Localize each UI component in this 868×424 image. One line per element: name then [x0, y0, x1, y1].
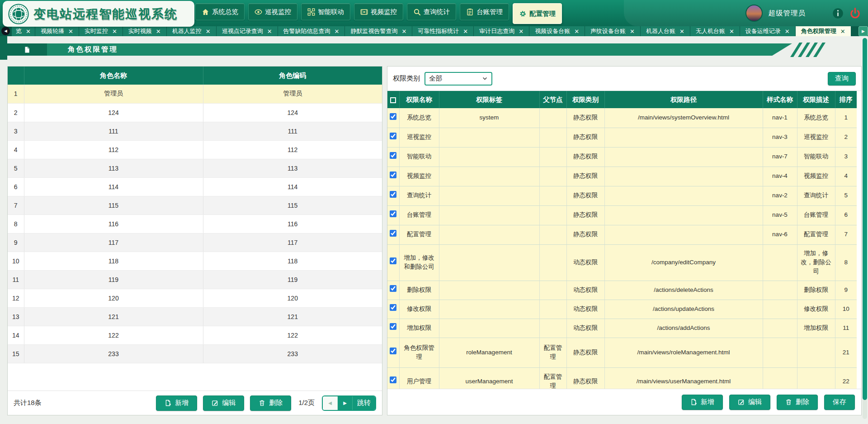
role-row[interactable]: 9117117: [8, 233, 382, 252]
nav-video-monitor[interactable]: 视频监控: [354, 3, 403, 20]
role-row[interactable]: 4112112: [8, 140, 382, 159]
row-checkbox[interactable]: [390, 348, 396, 354]
role-edit-button[interactable]: 编辑: [203, 395, 244, 411]
tab-scroll-right-icon[interactable]: ▶: [859, 26, 868, 36]
close-icon[interactable]: ✕: [630, 29, 635, 34]
role-row[interactable]: 13121121: [8, 307, 382, 326]
tab-设备运维记录[interactable]: 设备运维记录✕: [740, 26, 796, 36]
nav-system-overview[interactable]: 系统总览: [195, 3, 245, 20]
nav-inspection-monitor[interactable]: 巡视监控: [248, 3, 297, 20]
role-row[interactable]: 15233233: [8, 344, 382, 363]
close-icon[interactable]: ✕: [840, 29, 845, 34]
row-checkbox[interactable]: [390, 230, 396, 237]
permission-type-select[interactable]: 全部: [425, 72, 492, 86]
jump-page-button[interactable]: 跳转: [353, 396, 375, 410]
permission-row[interactable]: 配置管理静态权限nav-6配置管理7: [387, 225, 857, 244]
next-page-icon[interactable]: ▶: [338, 396, 353, 410]
tab-巡视点记录查询[interactable]: 巡视点记录查询✕: [217, 26, 278, 36]
role-row[interactable]: 7115115: [8, 196, 382, 214]
power-icon[interactable]: [849, 8, 861, 19]
role-row[interactable]: 10118118: [8, 252, 382, 270]
tab-实时视频[interactable]: 实时视频✕: [123, 26, 167, 36]
permission-row[interactable]: 台账管理静态权限nav-5台账管理6: [387, 205, 857, 225]
select-all-checkbox[interactable]: [390, 97, 396, 103]
prev-page-icon[interactable]: ◀: [323, 396, 338, 410]
permission-row[interactable]: 增加权限动态权限/actions/addActions增加权限11: [387, 319, 857, 338]
perm-add-button[interactable]: 新增: [682, 395, 723, 410]
row-checkbox[interactable]: [390, 323, 396, 330]
tab-审计日志查询[interactable]: 审计日志查询✕: [474, 26, 529, 36]
nav-config-management[interactable]: 配置管理: [513, 3, 562, 24]
tab-视频设备台账[interactable]: 视频设备台账✕: [529, 26, 585, 36]
row-checkbox[interactable]: [390, 191, 396, 198]
role-add-button[interactable]: 新增: [156, 395, 197, 411]
row-checkbox[interactable]: [390, 376, 396, 383]
tab-声纹设备台账[interactable]: 声纹设备台账✕: [585, 26, 641, 36]
close-icon[interactable]: ✕: [335, 29, 340, 34]
role-row[interactable]: 2124124: [8, 103, 382, 122]
row-checkbox[interactable]: [390, 152, 396, 159]
permission-row[interactable]: 角色权限管理roleManagement配置管理静态权限/main/views/…: [387, 338, 857, 367]
search-button[interactable]: 查询: [828, 72, 856, 86]
tab-视频轮播[interactable]: 视频轮播✕: [35, 26, 79, 36]
row-checkbox[interactable]: [390, 304, 396, 311]
permission-row[interactable]: 系统总览system静态权限/main/views/systemOverview…: [387, 108, 857, 128]
tab-告警缺陷信息查询[interactable]: 告警缺陷信息查询✕: [278, 26, 345, 36]
permission-row[interactable]: 增加，修改和删除公司动态权限/company/editCompany增加，修改，…: [387, 244, 857, 281]
close-icon[interactable]: ✕: [112, 29, 117, 34]
close-icon[interactable]: ✕: [206, 29, 211, 34]
permission-row[interactable]: 删除权限动态权限/actions/deleteActions删除权限9: [387, 281, 857, 300]
perm-path-cell: [604, 167, 763, 186]
close-icon[interactable]: ✕: [267, 29, 272, 34]
permission-row[interactable]: 智能联动静态权限nav-7智能联动3: [387, 147, 857, 167]
role-row[interactable]: 1管理员管理员: [8, 85, 382, 103]
close-icon[interactable]: ✕: [519, 29, 524, 34]
perm-save-button[interactable]: 保存: [824, 395, 855, 410]
role-delete-button[interactable]: 删除: [250, 395, 291, 411]
row-checkbox[interactable]: [390, 257, 396, 264]
permission-row[interactable]: 查询统计静态权限nav-2查询统计5: [387, 186, 857, 205]
role-row[interactable]: 12120120: [8, 289, 382, 307]
perm-edit-button[interactable]: 编辑: [729, 395, 770, 410]
close-icon[interactable]: ✕: [401, 29, 406, 34]
nav-ledger-management[interactable]: 台账管理: [460, 3, 509, 20]
role-row[interactable]: 5113113: [8, 159, 382, 177]
close-icon[interactable]: ✕: [729, 29, 734, 34]
tab-角色权限管理[interactable]: 角色权限管理✕: [796, 26, 851, 36]
tab-静默监视告警查询[interactable]: 静默监视告警查询✕: [345, 26, 412, 36]
role-row[interactable]: 3111111: [8, 122, 382, 140]
info-icon[interactable]: [832, 8, 844, 19]
nav-query-stats[interactable]: 查询统计: [407, 3, 456, 20]
tab-览[interactable]: 览✕: [12, 26, 35, 36]
tab-scroll-left-icon[interactable]: ◀: [1, 27, 10, 35]
nav-smart-linkage[interactable]: 智能联动: [301, 3, 350, 20]
scrollbar-thumb[interactable]: [863, 38, 867, 400]
tab-无人机台账[interactable]: 无人机台账✕: [690, 26, 740, 36]
tab-机器人台账[interactable]: 机器人台账✕: [641, 26, 690, 36]
close-icon[interactable]: ✕: [463, 29, 468, 34]
close-icon[interactable]: ✕: [574, 29, 579, 34]
tab-可靠性指标统计[interactable]: 可靠性指标统计✕: [412, 26, 474, 36]
close-icon[interactable]: ✕: [679, 29, 684, 34]
user-avatar[interactable]: [745, 5, 763, 22]
close-icon[interactable]: ✕: [26, 29, 31, 34]
tab-机器人监控[interactable]: 机器人监控✕: [167, 26, 217, 36]
role-row[interactable]: 8116116: [8, 214, 382, 233]
row-checkbox[interactable]: [390, 210, 396, 217]
tab-实时监控[interactable]: 实时监控✕: [79, 26, 123, 36]
perm-delete-button[interactable]: 删除: [777, 395, 818, 410]
row-checkbox[interactable]: [390, 113, 396, 120]
permission-row[interactable]: 视频监控静态权限nav-4视频监控4: [387, 167, 857, 186]
permission-row[interactable]: 修改权限动态权限/actions/updateActions修改权限10: [387, 300, 857, 319]
permission-row[interactable]: 用户管理userManagement配置管理静态权限/main/views/us…: [387, 367, 857, 389]
role-row[interactable]: 11119119: [8, 270, 382, 289]
close-icon[interactable]: ✕: [785, 29, 790, 34]
row-checkbox[interactable]: [390, 172, 396, 178]
row-checkbox[interactable]: [390, 285, 396, 292]
role-row[interactable]: 14122122: [8, 326, 382, 344]
permission-row[interactable]: 巡视监控静态权限nav-3巡视监控2: [387, 128, 857, 147]
role-row[interactable]: 6114114: [8, 177, 382, 196]
close-icon[interactable]: ✕: [68, 29, 73, 34]
close-icon[interactable]: ✕: [156, 29, 161, 34]
row-checkbox[interactable]: [390, 133, 396, 139]
